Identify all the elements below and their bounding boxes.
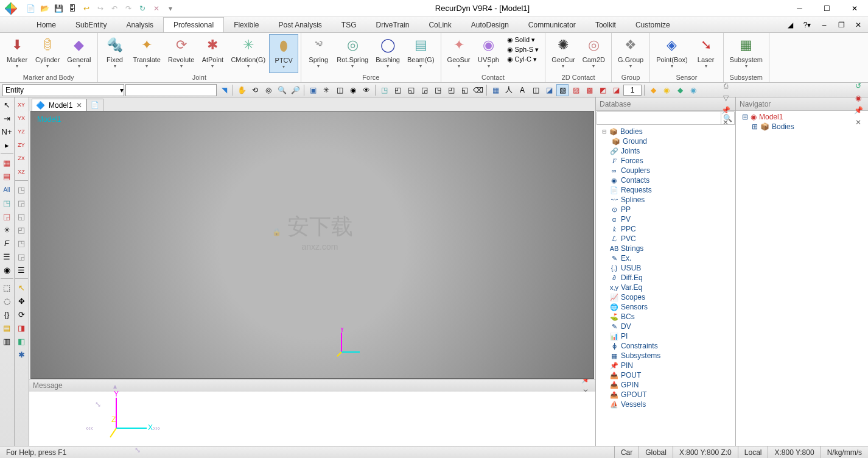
tree-item-ground[interactable]: 📦Ground: [596, 136, 735, 146]
xz-icon[interactable]: XZ: [15, 166, 27, 178]
menu-tab-drivetrain[interactable]: DriveTrain: [366, 17, 419, 32]
expand-icon[interactable]: ⊟: [742, 113, 748, 121]
search-input[interactable]: [597, 112, 721, 124]
color3-icon[interactable]: ◆: [674, 84, 686, 96]
box7-icon[interactable]: ◪: [610, 84, 622, 96]
a-icon[interactable]: A: [516, 84, 528, 96]
iso6-icon[interactable]: ◲: [15, 250, 27, 262]
grid2-icon[interactable]: ▦: [1, 157, 13, 169]
cubecolor-icon[interactable]: ◨: [15, 322, 27, 334]
go-icon[interactable]: ◥: [218, 84, 230, 96]
grid-number-input[interactable]: [623, 85, 642, 96]
record-icon[interactable]: ◉: [852, 92, 864, 104]
ribbon-laser-button[interactable]: ➘Laser▾: [691, 34, 721, 73]
dotsq-icon[interactable]: ⬚: [1, 281, 13, 294]
tree-item-ex-[interactable]: ✎Ex.: [596, 253, 735, 263]
tree-item-strings[interactable]: ABStrings: [596, 244, 735, 253]
refresh-icon[interactable]: ↻: [136, 2, 149, 15]
ribbon-stack-sph-s-[interactable]: ◉ Sph-S ▾: [506, 45, 541, 54]
tree-item-diff-eq[interactable]: ∂Diff.Eq: [596, 273, 735, 283]
viewport-3d[interactable]: Model1 🔒安下载anxz.com Y Y X Z ‹‹‹ ››› ▴ ▾ …: [30, 111, 594, 379]
stack2-icon[interactable]: ▥: [1, 335, 13, 347]
eraser-icon[interactable]: ✕: [150, 2, 163, 15]
ribbon-spring-button[interactable]: ༄Spring▾: [304, 34, 333, 73]
ribbon-beam-g--button[interactable]: ▤Beam(G)▾: [404, 34, 438, 73]
ribbon-rot-spring-button[interactable]: ◎Rot.Spring▾: [333, 34, 372, 73]
expand-icon[interactable]: ⊟: [602, 129, 607, 135]
new-icon[interactable]: 📄: [24, 2, 37, 15]
menu-tab-home[interactable]: Home: [27, 17, 66, 32]
tree-item-scopes[interactable]: 📈Scopes: [596, 292, 735, 302]
ribbon-fixed-button[interactable]: 🔩Fixed▾: [100, 34, 130, 73]
cube2-icon[interactable]: ◲: [1, 210, 13, 222]
view3-icon[interactable]: ◱: [405, 84, 417, 96]
zoom-in-icon[interactable]: 🔍: [276, 84, 288, 96]
dotcirc-icon[interactable]: ◌: [1, 295, 13, 307]
forward-icon[interactable]: ↷: [122, 2, 135, 15]
tree-item-gpout[interactable]: 📤GPOUT: [596, 390, 735, 400]
ribbon-bushing-button[interactable]: ◯Bushing▾: [372, 34, 404, 73]
axes-icon[interactable]: ✳: [320, 84, 332, 96]
iso5-icon[interactable]: ◳: [15, 237, 27, 249]
tree-item-couplers[interactable]: ∞Couplers: [596, 166, 735, 175]
undo-icon[interactable]: ↩: [80, 2, 93, 15]
ribbon-cam2d-button[interactable]: ◎Cam2D▾: [579, 34, 609, 73]
tree-item-constraints[interactable]: ϕConstraints: [596, 341, 735, 351]
close-button[interactable]: ✕: [841, 0, 868, 17]
list-icon[interactable]: ☰: [15, 264, 27, 276]
entity-input[interactable]: [125, 84, 217, 96]
nplus-icon[interactable]: N+: [1, 125, 13, 138]
box1-icon[interactable]: ◫: [530, 84, 542, 96]
qa-dropdown-icon[interactable]: ▾: [164, 2, 177, 15]
orbit-icon[interactable]: ◎: [262, 84, 275, 96]
zy-icon[interactable]: ZY: [15, 139, 27, 151]
rotate-icon[interactable]: ⟲: [249, 84, 261, 96]
tree-item-subsystems[interactable]: ▦Subsystems: [596, 351, 735, 361]
box6-icon[interactable]: ◩: [597, 84, 609, 96]
ribbon-g-group-button[interactable]: ❖G.Group▾: [614, 34, 647, 73]
arrow-icon[interactable]: ↖: [1, 99, 13, 111]
ball-icon[interactable]: ◉: [347, 84, 359, 96]
parens-icon[interactable]: {}: [1, 308, 13, 320]
document-tab[interactable]: 🔷 Model1 ✕: [32, 99, 86, 111]
ribbon-cmotion-g--button[interactable]: ✳CMotion(G)▾: [227, 34, 269, 73]
rotate2-icon[interactable]: ⟳: [15, 308, 27, 320]
ribbon-translate-button[interactable]: ✦Translate▾: [130, 34, 164, 73]
tree-item-pout[interactable]: 📤POUT: [596, 370, 735, 380]
pan-icon[interactable]: ✋: [236, 84, 248, 96]
menu-tab-analysis[interactable]: Analysis: [116, 17, 163, 32]
box3-icon[interactable]: ▧: [556, 84, 569, 96]
zoom-out-icon[interactable]: 🔎: [289, 84, 301, 96]
view1-icon[interactable]: ◳: [378, 84, 390, 96]
tree-item-pin[interactable]: 📌PIN: [596, 361, 735, 370]
ribbon-point-box--button[interactable]: ◈Point(Box)▾: [653, 34, 691, 73]
saveall-icon[interactable]: 🗄: [66, 2, 79, 15]
tree-item-pv[interactable]: αPV: [596, 214, 735, 224]
maximize-button[interactable]: ☐: [813, 0, 841, 17]
mdi-restore-icon[interactable]: ❐: [835, 19, 847, 31]
tree-item-requests[interactable]: 📄Requests: [596, 185, 735, 195]
tree-item-pi[interactable]: 📊PI: [596, 331, 735, 341]
person-icon[interactable]: 人: [503, 84, 515, 96]
view4-icon[interactable]: ◲: [418, 84, 430, 96]
tree-item-bodies[interactable]: ⊟📦Bodies: [596, 127, 735, 136]
nav-child[interactable]: ⊞ 📦 Bodies: [736, 122, 868, 132]
ribbon-revolute-button[interactable]: ⟳Revolute▾: [164, 34, 198, 73]
tree-item-pvc[interactable]: ℒPVC: [596, 234, 735, 244]
ribbon-stack-solid-[interactable]: ◉ Solid ▾: [506, 35, 541, 44]
tree-item-sensors[interactable]: 🌐Sensors: [596, 302, 735, 312]
cube1-icon[interactable]: ◳: [1, 197, 13, 209]
mdi-close-icon[interactable]: ✕: [852, 19, 864, 31]
menu-tab-communicator[interactable]: Communicator: [519, 17, 586, 32]
ribbon-subsystem-button[interactable]: ▦Subsystem▾: [726, 34, 766, 73]
ribbon-uvsph-button[interactable]: ◉UVSph▾: [474, 34, 503, 73]
color2-icon[interactable]: ◉: [660, 84, 673, 96]
color1-icon[interactable]: ◆: [647, 84, 659, 96]
ribbon-geocur-button[interactable]: ✺GeoCur▾: [548, 34, 579, 73]
help-icon[interactable]: ?▾: [801, 19, 813, 31]
kx-icon[interactable]: ⇥: [1, 112, 13, 124]
cursor2-icon[interactable]: ↖: [15, 281, 27, 294]
iso1-icon[interactable]: ◳: [15, 183, 27, 196]
iso4-icon[interactable]: ◰: [15, 224, 27, 236]
ribbon-geosur-button[interactable]: ✦GeoSur▾: [444, 34, 474, 73]
